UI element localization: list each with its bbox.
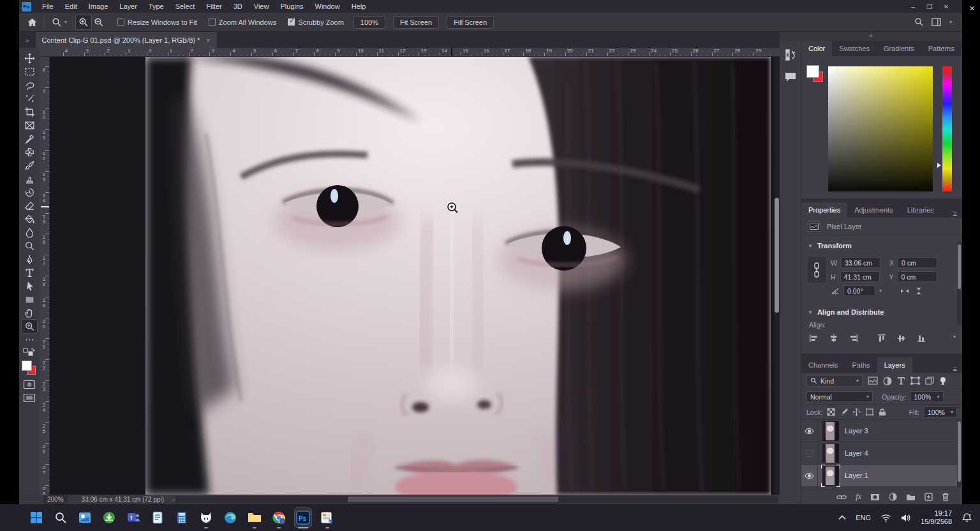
lasso-tool[interactable] <box>22 79 37 92</box>
taskbar-fox-app-icon[interactable] <box>198 508 214 527</box>
fill-screen-button[interactable]: Fill Screen <box>447 16 494 29</box>
frame-tool[interactable] <box>22 119 37 132</box>
taskbar-chrome-icon[interactable] <box>271 508 287 527</box>
tab-adjustments[interactable]: Adjustments <box>847 202 900 218</box>
blur-tool[interactable] <box>22 226 37 239</box>
lock-position-icon[interactable] <box>852 408 861 416</box>
layer-name[interactable]: Layer 1 <box>845 472 868 479</box>
menu-image[interactable]: Image <box>83 1 114 11</box>
layer-visibility-eye-icon[interactable] <box>801 465 818 486</box>
horizontal-scrollbar-thumb[interactable] <box>348 497 558 502</box>
filter-type-layers-icon[interactable] <box>897 377 905 385</box>
new-layer-icon[interactable] <box>924 493 933 501</box>
menu-type[interactable]: Type <box>143 1 170 11</box>
brush-tool[interactable] <box>22 159 37 172</box>
lock-all-icon[interactable] <box>879 408 886 416</box>
taskbar-file-explorer-icon[interactable] <box>246 508 263 527</box>
align-left-icon[interactable] <box>809 334 819 343</box>
volume-icon[interactable] <box>901 514 911 522</box>
width-field[interactable]: 33.06 cm <box>841 257 880 268</box>
layer-name[interactable]: Layer 4 <box>845 449 868 457</box>
more-options-tool[interactable] <box>22 333 37 347</box>
toolbar-expand-chevrons[interactable]: » <box>19 37 36 48</box>
healing-brush-tool[interactable] <box>22 146 37 159</box>
menu-3d[interactable]: 3D <box>228 1 248 11</box>
collapse-panels-chevrons[interactable]: « <box>780 32 962 41</box>
hand-tool[interactable] <box>22 306 37 320</box>
history-panel-icon[interactable] <box>784 49 797 61</box>
menu-filter[interactable]: Filter <box>200 1 227 11</box>
path-select-tool[interactable] <box>22 280 37 293</box>
clock[interactable]: 19:17 15/9/2568 <box>921 509 952 526</box>
zoom-out-button[interactable] <box>91 15 107 29</box>
tab-swatches[interactable]: Swatches <box>832 41 877 56</box>
vertical-scrollbar[interactable] <box>774 57 780 495</box>
menu-edit[interactable]: Edit <box>59 1 83 11</box>
status-chevron-icon[interactable]: › <box>173 496 175 503</box>
swap-colors-icon[interactable] <box>23 348 36 357</box>
tab-layers[interactable]: Layers <box>877 357 912 373</box>
filter-smart-objects-icon[interactable] <box>925 377 934 385</box>
vertical-ruler[interactable]: 8910111213141516171819202122232425262728 <box>40 57 50 495</box>
zoom-tool-icon[interactable] <box>49 15 64 29</box>
minimize-button[interactable]: – <box>906 1 920 11</box>
layer-visibility-eye-icon[interactable] <box>801 420 818 442</box>
language-indicator[interactable]: ENG <box>856 514 871 521</box>
layer-row-layer-1[interactable]: Layer 1 <box>801 465 957 487</box>
screen-mode-icon[interactable] <box>23 393 36 403</box>
canvas-image[interactable] <box>145 57 771 495</box>
type-tool[interactable] <box>22 266 37 280</box>
layer-effects-icon[interactable]: fx <box>856 492 861 502</box>
wifi-icon[interactable] <box>880 514 891 522</box>
magic-wand-tool[interactable] <box>22 92 37 105</box>
document-tab[interactable]: Content Clip-G 01.psd @ 200% (Layer 1, R… <box>36 32 217 48</box>
horizontal-ruler[interactable]: 4321012345678910111213141516171819202122… <box>40 48 780 57</box>
zoom-all-windows-checkbox[interactable]: Zoom All Windows <box>209 19 276 26</box>
rectangle-tool[interactable] <box>22 293 37 306</box>
menu-select[interactable]: Select <box>170 1 201 11</box>
close-window-button[interactable]: ✕ <box>939 1 953 11</box>
zoom-level-field[interactable]: 200% <box>43 495 68 504</box>
chevron-down-icon[interactable]: ▾ <box>64 19 67 25</box>
home-icon[interactable] <box>24 15 40 29</box>
align-right-icon[interactable] <box>849 334 858 343</box>
rotation-field[interactable]: 0.00° <box>843 285 875 296</box>
kind-filter-dropdown[interactable]: Kind ▾ <box>806 375 863 387</box>
align-center-vertical-icon[interactable] <box>897 334 907 343</box>
eraser-tool[interactable] <box>22 199 37 213</box>
lock-artboard-icon[interactable] <box>865 408 874 416</box>
zoom-100-button[interactable]: 100% <box>353 16 385 29</box>
taskbar-teams-icon[interactable]: T <box>125 508 142 527</box>
taskbar-start-icon[interactable] <box>28 508 45 527</box>
taskbar-download-manager-icon[interactable] <box>101 508 117 527</box>
filter-pixel-layers-icon[interactable] <box>868 377 878 385</box>
align-center-horizontal-icon[interactable] <box>829 334 838 343</box>
menu-layer[interactable]: Layer <box>114 1 143 11</box>
chevron-down-icon[interactable]: ▾ <box>953 334 956 340</box>
taskbar-calculator-icon[interactable] <box>174 508 190 527</box>
workspace-switcher-icon[interactable] <box>932 18 942 27</box>
adjustment-layer-icon[interactable] <box>889 493 897 501</box>
layers-scrollbar-thumb[interactable] <box>958 421 961 482</box>
tray-expand-icon[interactable] <box>838 515 846 520</box>
layer-mask-icon[interactable] <box>870 493 880 501</box>
hue-slider-pointer[interactable] <box>937 163 941 168</box>
move-tool[interactable] <box>22 52 37 65</box>
tab-color[interactable]: Color <box>801 41 832 56</box>
y-field[interactable]: 0 cm <box>898 271 937 282</box>
fit-screen-button[interactable]: Fit Screen <box>393 16 439 29</box>
layer-thumbnail[interactable] <box>823 444 838 463</box>
search-icon[interactable] <box>914 17 924 27</box>
pen-tool[interactable] <box>22 253 37 266</box>
menu-plugins[interactable]: Plugins <box>274 1 309 11</box>
link-wh-icon[interactable] <box>808 257 826 283</box>
filter-shape-layers-icon[interactable] <box>910 377 920 385</box>
chevron-down-icon[interactable]: ▾ <box>949 19 952 25</box>
menu-file[interactable]: File <box>36 1 59 11</box>
foreground-background-swatches[interactable] <box>806 65 826 84</box>
chevron-down-icon[interactable]: ▾ <box>879 288 882 294</box>
panel-menu-icon[interactable]: ≡ <box>953 210 957 218</box>
panel-menu-icon[interactable]: ≡ <box>961 49 962 56</box>
tab-patterns[interactable]: Patterns <box>921 41 961 56</box>
lock-pixels-icon[interactable] <box>840 408 848 416</box>
